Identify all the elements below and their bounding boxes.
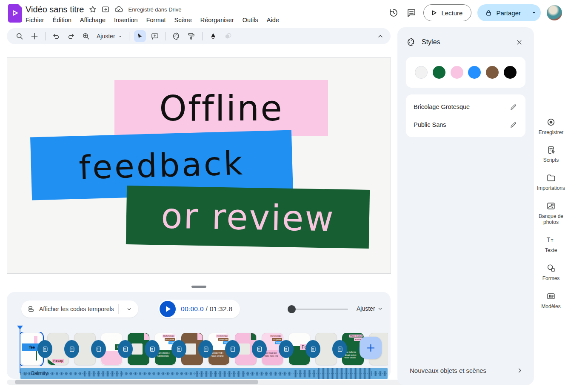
collapse-toolbar-icon[interactable] bbox=[377, 33, 384, 40]
sidebar-item-scripts[interactable]: Scripts bbox=[534, 146, 568, 163]
edit-pencil-icon[interactable] bbox=[507, 100, 519, 113]
timecodes-chevron-icon[interactable] bbox=[123, 303, 136, 315]
timeline-play-button[interactable] bbox=[160, 301, 176, 317]
lecture-label: Lecture bbox=[441, 9, 462, 17]
timecodes-label: Afficher les codes temporels bbox=[39, 306, 114, 312]
palette-tool-icon[interactable] bbox=[171, 30, 183, 42]
select-tool[interactable] bbox=[134, 30, 146, 42]
menu-edition[interactable]: Édition bbox=[49, 16, 75, 24]
chevron-right-icon bbox=[517, 367, 523, 374]
transition-button-10[interactable] bbox=[279, 340, 294, 358]
add-scene-button[interactable] bbox=[360, 337, 382, 359]
play-video-button[interactable]: Lecture bbox=[423, 4, 471, 21]
transition-button-2[interactable] bbox=[64, 340, 79, 358]
scene-canvas[interactable]: Offline feedback or review bbox=[7, 57, 391, 274]
menu-outils[interactable]: Outils bbox=[239, 16, 262, 24]
vids-logo[interactable] bbox=[8, 4, 22, 23]
color-swatch-3[interactable] bbox=[468, 66, 481, 79]
font-row-1[interactable]: Public Sans bbox=[406, 116, 525, 134]
menu-format[interactable]: Format bbox=[143, 16, 169, 24]
timeline-scrollbar-thumb[interactable] bbox=[15, 380, 258, 384]
sidebar-item-importations[interactable]: Importations bbox=[534, 173, 568, 191]
menu-fichier[interactable]: Fichier bbox=[22, 16, 48, 24]
font-row-0[interactable]: Bricolage Grotesque bbox=[406, 98, 525, 116]
audio-track[interactable]: ♪ Calmity bbox=[20, 368, 388, 379]
timecodes-toggle[interactable]: Afficher les codes temporels bbox=[21, 300, 138, 318]
color-swatch-2[interactable] bbox=[451, 66, 463, 79]
star-icon[interactable] bbox=[88, 5, 97, 14]
undo-icon[interactable] bbox=[50, 30, 62, 42]
menu-insertion[interactable]: Insertion bbox=[111, 16, 141, 24]
drive-saved-icon[interactable] bbox=[114, 5, 123, 14]
toolbar-divider bbox=[166, 32, 166, 40]
version-history-icon[interactable] bbox=[388, 7, 400, 19]
zoom-fit-dropdown[interactable]: Ajuster bbox=[95, 33, 124, 40]
share-label: Partager bbox=[496, 9, 521, 17]
audio-waveform-segment bbox=[84, 371, 123, 376]
styles-panel-title: Styles bbox=[422, 38, 440, 46]
templates-icon bbox=[546, 292, 556, 301]
transition-button-3[interactable] bbox=[91, 340, 106, 358]
menu-scene[interactable]: Scène bbox=[171, 16, 195, 24]
scene-filmstrip: feeRecapFeReferenceproposeredit• More vi… bbox=[20, 332, 388, 366]
zoom-in-icon[interactable] bbox=[80, 30, 92, 42]
color-swatch-1[interactable] bbox=[433, 66, 445, 79]
transition-button-5[interactable] bbox=[145, 340, 160, 358]
transition-button-4[interactable] bbox=[118, 340, 133, 358]
move-to-folder-icon[interactable] bbox=[101, 5, 110, 14]
mini-chip: propose bbox=[272, 338, 282, 341]
menu-aide[interactable]: Aide bbox=[263, 16, 283, 24]
scripts-icon bbox=[547, 146, 556, 155]
add-icon[interactable] bbox=[29, 30, 40, 42]
timeline-fit-label: Ajuster bbox=[357, 305, 375, 312]
transition-button-8[interactable] bbox=[225, 340, 240, 358]
transition-button-9[interactable] bbox=[252, 340, 267, 358]
toolbar-divider bbox=[129, 32, 129, 40]
user-avatar[interactable] bbox=[547, 5, 562, 20]
toolbar-divider bbox=[202, 32, 203, 40]
transition-button-12[interactable] bbox=[332, 340, 347, 358]
share-dropdown-arrow[interactable] bbox=[527, 4, 541, 21]
add-comment-tool[interactable] bbox=[149, 30, 161, 42]
color-drop-icon[interactable] bbox=[207, 30, 219, 42]
new-objects-scenes-label: Nouveaux objets et scènes bbox=[410, 367, 486, 374]
sidebar-item-modeles[interactable]: Modèles bbox=[534, 292, 568, 309]
timeline-resize-handle[interactable] bbox=[191, 286, 206, 288]
total-time: 01:32.8 bbox=[210, 305, 233, 312]
sidebar-item-formes[interactable]: Formes bbox=[534, 263, 568, 281]
search-icon[interactable] bbox=[14, 30, 26, 42]
current-time: 00:00.0 bbox=[181, 305, 204, 312]
sidebar-item-enregistrer[interactable]: Enregistrer bbox=[534, 117, 568, 135]
font-name: Bricolage Grotesque bbox=[414, 103, 470, 110]
svg-text:T: T bbox=[547, 237, 551, 243]
sidebar-item-banque-de-photos[interactable]: Banque de photos bbox=[534, 201, 568, 225]
canvas-text-or-review[interactable]: or review bbox=[126, 186, 370, 249]
close-panel-icon[interactable] bbox=[513, 36, 525, 49]
transition-button-6[interactable] bbox=[171, 340, 186, 358]
color-swatch-4[interactable] bbox=[486, 66, 499, 79]
menu-reorganiser[interactable]: Réorganiser bbox=[197, 16, 237, 24]
transition-button-7[interactable] bbox=[198, 340, 213, 358]
comments-icon[interactable] bbox=[405, 7, 417, 19]
color-swatch-0[interactable] bbox=[415, 66, 428, 79]
menu-affichage[interactable]: Affichage bbox=[77, 16, 109, 24]
transition-button-1[interactable] bbox=[37, 340, 52, 358]
new-objects-scenes-button[interactable]: Nouveaux objets et scènes bbox=[397, 367, 534, 374]
timeline-zoom-knob[interactable] bbox=[288, 305, 296, 313]
timeline-zoom-slider[interactable] bbox=[288, 309, 348, 310]
canvas-text-offline[interactable]: Offline bbox=[114, 80, 328, 136]
timeline-fit-dropdown[interactable]: Ajuster bbox=[357, 305, 383, 312]
format-painter-icon[interactable] bbox=[186, 30, 197, 42]
audio-waveform-segment bbox=[293, 370, 318, 377]
playhead-line[interactable] bbox=[20, 329, 20, 373]
color-swatch-5[interactable] bbox=[504, 66, 517, 79]
share-button[interactable]: Partager bbox=[477, 4, 527, 21]
document-title[interactable]: Vidéo sans titre bbox=[26, 5, 84, 14]
edit-pencil-icon[interactable] bbox=[507, 118, 519, 131]
vids-logo-play-icon bbox=[11, 9, 20, 17]
redo-icon[interactable] bbox=[65, 30, 77, 42]
transition-button-11[interactable] bbox=[305, 340, 320, 358]
timecodes-icon bbox=[27, 305, 35, 313]
sidebar-item-label: Formes bbox=[542, 275, 560, 281]
sidebar-item-texte[interactable]: TTTexte bbox=[534, 235, 568, 253]
